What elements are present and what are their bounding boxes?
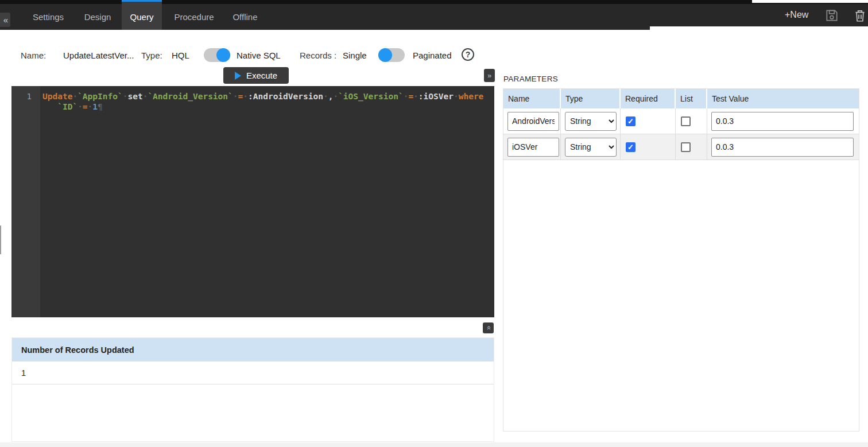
query-settings-toolbar: Name: UpdateLatestVer... Type: HQL Nativ… bbox=[0, 30, 868, 70]
required-checkbox[interactable]: ✓ bbox=[626, 142, 636, 152]
collapse-results-button[interactable]: » bbox=[483, 322, 494, 333]
trash-icon[interactable] bbox=[852, 8, 867, 23]
type-option-native-sql[interactable]: Native SQL bbox=[237, 50, 281, 60]
records-toggle[interactable] bbox=[378, 48, 405, 62]
parameter-row: String ✓ ✓ bbox=[503, 108, 859, 134]
parameters-table: Name Type Required List Test Value Strin… bbox=[503, 89, 859, 160]
tab-procedure[interactable]: Procedure bbox=[162, 0, 226, 30]
query-name-value[interactable]: UpdateLatestVer... bbox=[63, 50, 134, 60]
column-header-list: List bbox=[676, 89, 707, 108]
tab-offline[interactable]: Offline bbox=[226, 0, 264, 30]
chevron-double-right-icon: » bbox=[487, 71, 491, 80]
list-checkbox[interactable]: ✓ bbox=[681, 142, 691, 152]
sql-code-editor[interactable]: 1 Update·`AppInfo`·set·`Android_Version`… bbox=[11, 86, 494, 317]
param-name-input[interactable] bbox=[507, 138, 559, 157]
help-icon[interactable]: ? bbox=[462, 48, 474, 61]
param-type-select[interactable]: String bbox=[565, 138, 617, 157]
result-panel: Number of Records Updated 1 bbox=[11, 337, 494, 442]
column-header-test-value: Test Value bbox=[707, 89, 859, 108]
bottom-scrollbar-track[interactable] bbox=[0, 442, 868, 447]
new-query-button[interactable]: +New bbox=[785, 10, 808, 20]
param-name-input[interactable] bbox=[507, 112, 559, 131]
parameters-title: PARAMETERS bbox=[503, 75, 558, 83]
records-option-single[interactable]: Single bbox=[343, 50, 367, 60]
type-label: Type: bbox=[141, 50, 162, 60]
chevron-double-left-icon: « bbox=[3, 15, 8, 25]
query-editor-page: « Settings Design Query Procedure Offlin… bbox=[0, 0, 868, 447]
result-header: Number of Records Updated bbox=[12, 338, 494, 362]
execute-label: Execute bbox=[246, 71, 277, 80]
line-number: 1 bbox=[11, 92, 32, 101]
records-toggle-thumb bbox=[378, 48, 392, 62]
chevron-double-up-icon: » bbox=[484, 326, 493, 330]
type-toggle[interactable] bbox=[204, 48, 230, 62]
type-option-hql[interactable]: HQL bbox=[172, 50, 189, 60]
expand-params-button[interactable]: » bbox=[484, 69, 495, 82]
tab-settings[interactable]: Settings bbox=[23, 0, 73, 30]
white-notch-top bbox=[752, 0, 868, 3]
execute-button[interactable]: Execute bbox=[223, 67, 289, 84]
play-icon bbox=[235, 72, 241, 80]
test-value-input[interactable] bbox=[711, 138, 854, 157]
result-value: 1 bbox=[12, 362, 494, 384]
save-icon[interactable] bbox=[824, 8, 839, 23]
editor-code-area[interactable]: Update·`AppInfo`·set·`Android_Version`·=… bbox=[40, 86, 494, 317]
top-navbar: « Settings Design Query Procedure Offlin… bbox=[0, 0, 868, 30]
tab-design[interactable]: Design bbox=[73, 0, 122, 30]
test-value-input[interactable] bbox=[711, 112, 854, 131]
left-edge-divider bbox=[0, 226, 1, 254]
tab-query[interactable]: Query bbox=[122, 0, 162, 30]
type-toggle-thumb bbox=[216, 48, 230, 62]
parameters-panel: Name Type Required List Test Value Strin… bbox=[503, 88, 859, 432]
editor-gutter: 1 bbox=[11, 86, 40, 317]
collapse-left-button[interactable]: « bbox=[0, 13, 10, 27]
column-header-type: Type bbox=[561, 89, 621, 108]
param-type-select[interactable]: String bbox=[565, 112, 617, 131]
list-checkbox[interactable]: ✓ bbox=[681, 116, 691, 126]
records-label: Records : bbox=[300, 50, 336, 60]
records-option-paginated[interactable]: Paginated bbox=[413, 50, 452, 60]
column-header-name: Name bbox=[503, 89, 561, 108]
name-label: Name: bbox=[21, 50, 46, 60]
parameters-table-header: Name Type Required List Test Value bbox=[503, 89, 859, 108]
code-line: `ID`·=·1¶ bbox=[42, 102, 494, 112]
code-line: Update·`AppInfo`·set·`Android_Version`·=… bbox=[42, 91, 494, 102]
parameter-row: String ✓ ✓ bbox=[503, 134, 859, 160]
column-header-required: Required bbox=[621, 89, 676, 108]
required-checkbox[interactable]: ✓ bbox=[626, 116, 636, 126]
